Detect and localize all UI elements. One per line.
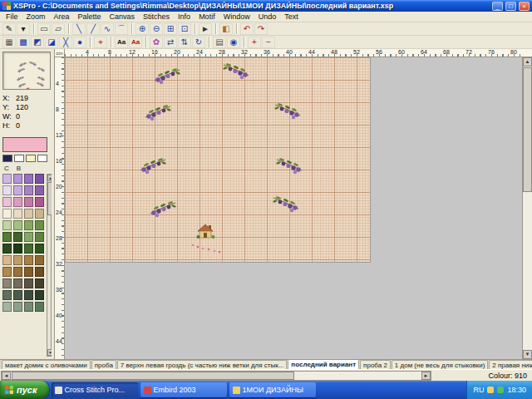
palette-color[interactable] (13, 302, 22, 312)
palette-color[interactable] (35, 244, 44, 254)
menu-item-undo[interactable]: Undo (254, 12, 281, 21)
palette-color[interactable] (35, 232, 44, 242)
palette-color[interactable] (35, 290, 44, 300)
palette-color[interactable] (13, 255, 22, 265)
backstitch-line2-tool[interactable]: ╱ (86, 23, 100, 35)
minimize-button[interactable]: _ (492, 2, 503, 11)
horizontal-scroll-thumb[interactable] (12, 372, 294, 380)
pattern-tab[interactable]: 2 правая ниж гр... (489, 360, 532, 369)
zoom-fit-tool[interactable]: ⊡ (178, 23, 191, 35)
taskbar-task[interactable]: Cross Stitch Pro... (52, 382, 138, 397)
palette-color[interactable] (35, 185, 44, 195)
menu-item-zoom[interactable]: Zoom (22, 12, 50, 21)
eraser-tool[interactable]: ▱ (52, 23, 65, 35)
pointer-tool[interactable]: ► (199, 23, 212, 35)
palette-color[interactable] (35, 278, 44, 288)
palette-scroll-up-icon[interactable]: ▲ (47, 175, 52, 181)
half-stitch-tool[interactable]: ◩ (31, 37, 44, 48)
zoom-in-tool[interactable]: ⊕ (135, 23, 149, 35)
palette-color[interactable] (24, 278, 33, 288)
palette-color[interactable] (2, 220, 12, 230)
palette-color[interactable] (2, 244, 12, 254)
pattern-tab[interactable]: макет домик с оливочками (2, 360, 91, 369)
palette-scrollbar[interactable]: ▲ ▼ (47, 174, 52, 357)
rotate-button[interactable]: ↻ (192, 37, 205, 48)
menu-item-canvas[interactable]: Canvas (106, 12, 140, 21)
menu-item-stitches[interactable]: Stitches (139, 12, 174, 21)
palette-color[interactable] (24, 209, 33, 219)
palette-color[interactable] (24, 185, 33, 195)
pattern-tab[interactable]: проба (91, 360, 116, 369)
palette-color[interactable] (2, 267, 12, 277)
scroll-right-icon[interactable]: ► (421, 372, 431, 380)
current-color-swatch[interactable] (2, 137, 47, 152)
palette-color[interactable] (35, 267, 44, 277)
palette-color[interactable] (13, 197, 22, 207)
grid-toggle[interactable]: ▦ (2, 37, 16, 48)
backstitch-line-tool[interactable]: ╲ (72, 23, 86, 35)
vertical-scroll-thumb[interactable] (523, 67, 532, 192)
language-indicator[interactable]: RU (473, 386, 484, 394)
palette-color[interactable] (13, 232, 22, 242)
palette-color[interactable] (35, 174, 44, 184)
palette-color[interactable] (35, 220, 44, 230)
quarter-stitch-tool[interactable]: ◪ (45, 37, 58, 48)
palette-color[interactable] (2, 290, 12, 300)
quick-swatch[interactable] (2, 155, 12, 162)
quick-swatch[interactable] (14, 155, 24, 162)
palette-button[interactable]: ▤ (213, 37, 226, 48)
palette-color[interactable] (24, 244, 33, 254)
redo-button[interactable]: ↷ (254, 23, 268, 35)
palette-color[interactable] (35, 302, 44, 312)
palette-color[interactable] (24, 232, 33, 242)
pattern-tab[interactable]: проба 2 (360, 360, 391, 369)
flip-horizontal-button[interactable]: ⇄ (164, 37, 177, 48)
menu-item-palette[interactable]: Palette (74, 12, 106, 21)
palette-color[interactable] (13, 290, 22, 300)
vertical-scrollbar[interactable]: ▲ ▼ (522, 57, 532, 359)
palette-color[interactable] (24, 220, 33, 230)
menu-item-text[interactable]: Text (280, 12, 303, 21)
palette-color[interactable] (2, 232, 12, 242)
palette-color[interactable] (2, 185, 12, 195)
palette-color[interactable] (13, 220, 22, 230)
palette-color[interactable] (2, 174, 12, 184)
cross-stitch-tool[interactable]: ╳ (59, 37, 72, 48)
remove-color-button[interactable]: − (262, 37, 275, 48)
palette-color[interactable] (2, 255, 12, 265)
palette-color[interactable] (35, 209, 44, 219)
menu-item-motif[interactable]: Motif (195, 12, 219, 21)
tray-app-icon[interactable] (487, 387, 494, 393)
palette-color[interactable] (24, 267, 33, 277)
pencil-tool[interactable]: ✎ (2, 23, 16, 35)
full-stitch-tool[interactable]: ▩ (17, 37, 30, 48)
quick-swatch[interactable] (26, 155, 36, 162)
zoom-rect-tool[interactable]: ⊞ (164, 23, 177, 35)
palette-color[interactable] (24, 174, 33, 184)
pattern-tab[interactable]: последний вариант (288, 359, 359, 369)
stitch-canvas[interactable] (65, 57, 371, 263)
palette-color[interactable] (13, 244, 22, 254)
start-button[interactable]: пуск (0, 381, 49, 399)
palette-color[interactable] (13, 174, 22, 184)
palette-color[interactable] (24, 197, 33, 207)
zoom-out-tool[interactable]: ⊖ (150, 23, 163, 35)
palette-color[interactable] (13, 278, 22, 288)
maximize-button[interactable]: □ (505, 2, 516, 11)
horizontal-scrollbar[interactable]: ◄ ► (1, 371, 431, 381)
pencil-dropdown[interactable]: ▾ (17, 23, 30, 35)
palette-scroll-down-icon[interactable]: ▼ (47, 349, 52, 356)
menu-item-file[interactable]: File (2, 12, 22, 21)
palette-color[interactable] (13, 267, 22, 277)
menu-item-info[interactable]: Info (174, 12, 195, 21)
palette-color[interactable] (24, 302, 33, 312)
pattern-tab[interactable]: 1 дом (не весь для стыковки) (392, 360, 489, 369)
design-preview[interactable] (2, 52, 51, 90)
color-picker-tool[interactable]: ⌖ (94, 37, 107, 48)
palette-color[interactable] (13, 209, 22, 219)
flip-vertical-button[interactable]: ⇅ (178, 37, 191, 48)
scroll-down-icon[interactable]: ▼ (523, 350, 532, 359)
taskbar-task[interactable]: Embird 2003 (140, 382, 227, 397)
fill-tool[interactable]: ◧ (219, 23, 233, 35)
tray-status-icon[interactable] (497, 387, 504, 393)
